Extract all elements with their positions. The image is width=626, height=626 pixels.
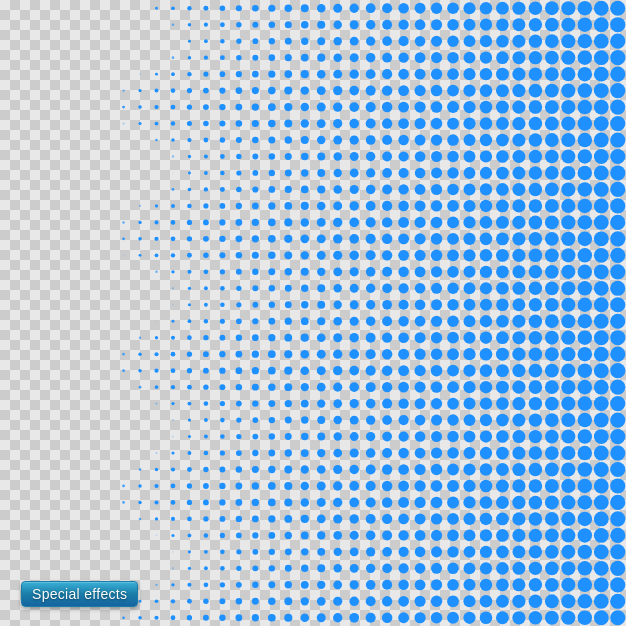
main-container: Special effects: [0, 0, 626, 626]
label-text: Special effects: [32, 586, 127, 602]
special-effects-label: Special effects: [21, 581, 138, 607]
halftone-canvas: [0, 0, 626, 626]
